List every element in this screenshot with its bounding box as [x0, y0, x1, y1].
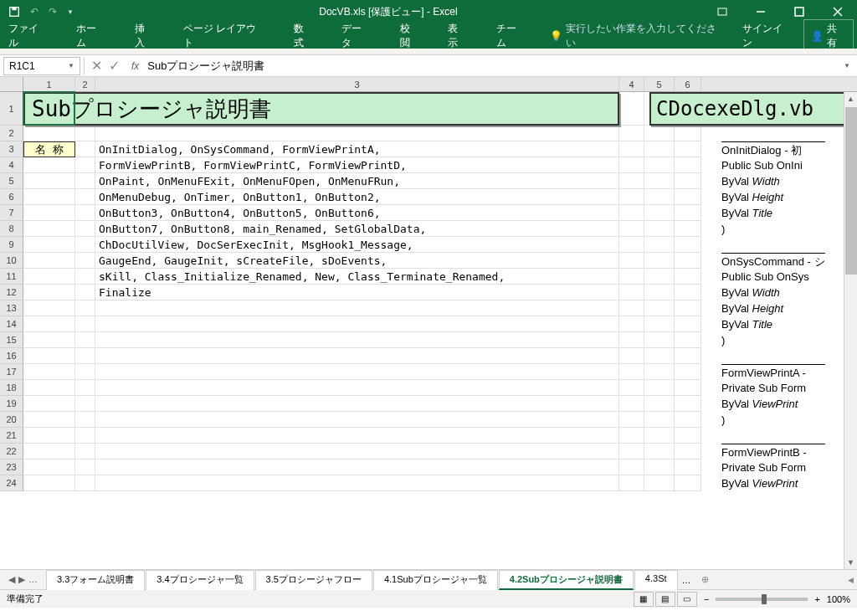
cell[interactable] — [644, 459, 675, 475]
cell[interactable] — [75, 237, 95, 253]
cell[interactable] — [23, 269, 75, 285]
cell[interactable] — [644, 237, 675, 253]
code-line[interactable]: ) — [721, 332, 825, 348]
row-header[interactable]: 16 — [0, 348, 23, 364]
cell[interactable] — [23, 459, 75, 475]
cell[interactable] — [675, 157, 701, 173]
cell[interactable] — [23, 189, 75, 205]
file-title-cell[interactable]: CDocexeDlg.vb — [649, 92, 857, 126]
cell[interactable] — [95, 444, 619, 459]
cell[interactable] — [619, 157, 644, 173]
cell[interactable] — [619, 92, 644, 126]
cell[interactable] — [23, 237, 75, 253]
sheet-tab[interactable]: 4.1Subプロシージャ一覧 — [373, 570, 498, 590]
cell[interactable] — [23, 205, 75, 221]
cell[interactable] — [75, 412, 95, 428]
cell[interactable] — [75, 396, 95, 412]
cell[interactable] — [95, 459, 619, 475]
expand-formula-icon[interactable]: ▼ — [837, 62, 857, 69]
cell[interactable] — [75, 380, 95, 396]
code-line[interactable]: ByVal ViewPrint — [721, 396, 825, 412]
name-label-cell[interactable]: 名 称 — [23, 141, 75, 157]
code-line[interactable]: Public Sub OnIni — [721, 157, 825, 173]
code-line[interactable]: Public Sub OnSys — [721, 269, 825, 285]
tab-layout[interactable]: ページ レイアウト — [178, 22, 270, 50]
cell[interactable] — [23, 332, 75, 348]
sheet-tab[interactable]: 4.2Subプロシージャ説明書 — [499, 570, 634, 590]
tab-truncated[interactable]: … — [679, 575, 695, 585]
tab-nav-more-icon[interactable]: … — [28, 574, 38, 585]
cell[interactable] — [675, 285, 701, 300]
cell[interactable] — [619, 221, 644, 237]
cell[interactable] — [95, 316, 619, 332]
cell[interactable]: ChDocUtilView, DocSerExecInit, MsgHook1_… — [95, 237, 619, 253]
row-header[interactable]: 10 — [0, 253, 23, 269]
row-header[interactable]: 11 — [0, 269, 23, 285]
cell[interactable] — [675, 459, 701, 475]
tell-me[interactable]: 💡 実行したい作業を入力してください — [550, 22, 724, 50]
cell[interactable] — [619, 253, 644, 269]
cell[interactable] — [75, 348, 95, 364]
scroll-thumb[interactable] — [845, 107, 857, 275]
save-icon[interactable] — [8, 6, 20, 18]
cell[interactable] — [23, 364, 75, 380]
row-header[interactable]: 21 — [0, 428, 23, 444]
chevron-down-icon[interactable]: ▼ — [68, 62, 74, 69]
tab-nav-next-icon[interactable]: ▶ — [18, 574, 25, 585]
cell[interactable] — [644, 173, 675, 189]
code-line[interactable]: ) — [721, 412, 825, 428]
row-header[interactable]: 15 — [0, 332, 23, 348]
row-header[interactable]: 20 — [0, 412, 23, 428]
row-header[interactable]: 8 — [0, 221, 23, 237]
row-header[interactable]: 1 — [0, 92, 23, 126]
cell[interactable] — [675, 412, 701, 428]
cell[interactable] — [75, 300, 95, 316]
col-header[interactable]: 5 — [644, 77, 675, 91]
cell[interactable] — [675, 126, 701, 141]
cell[interactable] — [675, 189, 701, 205]
cell[interactable] — [675, 300, 701, 316]
cell[interactable] — [644, 300, 675, 316]
sheet-tab[interactable]: 3.3フォーム説明書 — [46, 570, 145, 590]
row-header[interactable]: 5 — [0, 173, 23, 189]
cell[interactable] — [675, 173, 701, 189]
cell[interactable] — [644, 412, 675, 428]
code-line[interactable]: ByVal Title — [721, 205, 825, 221]
cell[interactable] — [675, 396, 701, 412]
tab-formulas[interactable]: 数式 — [289, 22, 319, 50]
cell[interactable] — [75, 444, 95, 459]
code-line[interactable]: Private Sub Form — [721, 380, 825, 396]
cell[interactable] — [619, 380, 644, 396]
page-break-button[interactable]: ▭ — [677, 592, 697, 607]
col-header[interactable]: 3 — [95, 77, 619, 91]
code-line[interactable]: ByVal Title — [721, 316, 825, 332]
cell[interactable] — [644, 364, 675, 380]
row-header[interactable]: 22 — [0, 444, 23, 459]
worksheet[interactable]: 1 2 3 4 5 6 1234567891011121314151617181… — [0, 77, 857, 569]
enter-formula-icon[interactable]: ✓ — [109, 58, 120, 74]
row-header[interactable]: 19 — [0, 396, 23, 412]
cell[interactable] — [644, 396, 675, 412]
undo-icon[interactable]: ↶ — [30, 6, 38, 18]
cell[interactable] — [23, 285, 75, 300]
cell[interactable] — [75, 157, 95, 173]
cell[interactable] — [619, 237, 644, 253]
cell[interactable] — [619, 475, 644, 491]
select-all-corner[interactable] — [0, 77, 23, 91]
row-header[interactable]: 3 — [0, 141, 23, 157]
cell[interactable] — [23, 428, 75, 444]
cell[interactable] — [23, 316, 75, 332]
cell[interactable]: OnPaint, OnMenuFExit, OnMenuFOpen, OnMen… — [95, 173, 619, 189]
cell[interactable] — [619, 444, 644, 459]
cell[interactable] — [644, 221, 675, 237]
cell[interactable] — [23, 300, 75, 316]
sheet-tab[interactable]: 3.5プロシージャフロー — [255, 570, 372, 590]
cell[interactable] — [675, 380, 701, 396]
cell[interactable] — [619, 332, 644, 348]
cell[interactable] — [675, 221, 701, 237]
col-header[interactable]: 6 — [675, 77, 701, 91]
add-sheet-button[interactable]: ⊕ — [695, 574, 716, 585]
ribbon-display-icon[interactable] — [703, 0, 742, 23]
cell[interactable] — [644, 475, 675, 491]
hscroll-left-icon[interactable]: ◀ — [848, 576, 854, 584]
